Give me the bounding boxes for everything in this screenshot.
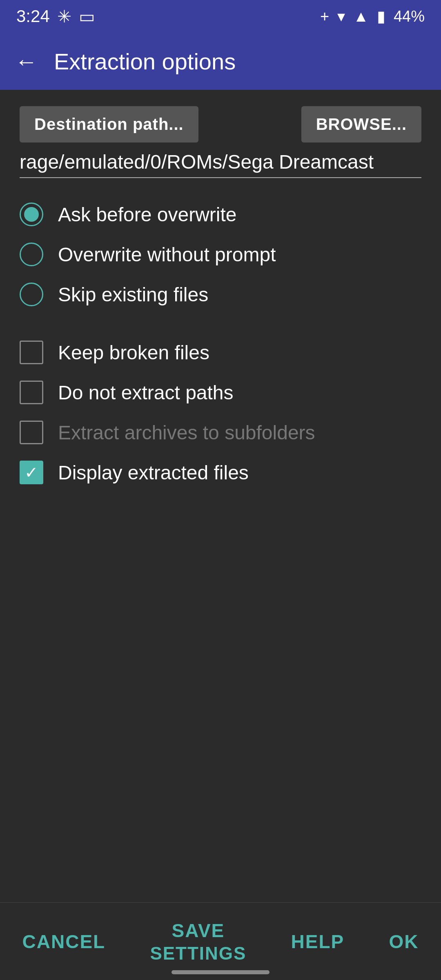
radio-group: Ask before overwrite Overwrite without p…	[20, 194, 421, 314]
cancel-button[interactable]: CANCEL	[14, 931, 114, 953]
status-time: 3:24	[16, 7, 50, 26]
checkbox-group: Keep broken files Do not extract paths E…	[20, 334, 421, 491]
checkbox-subfolders[interactable]: Extract archives to subfolders	[20, 414, 421, 451]
checkbox-display-box[interactable]: ✓	[20, 461, 43, 484]
checkbox-nopaths[interactable]: Do not extract paths	[20, 374, 421, 411]
radio-ask-indicator	[24, 207, 39, 222]
cancel-label: CANCEL	[22, 931, 106, 953]
checkbox-keep-box[interactable]	[20, 341, 43, 364]
checkbox-subfolders-label: Extract archives to subfolders	[58, 421, 315, 444]
back-button[interactable]: ←	[15, 48, 38, 75]
checkbox-display[interactable]: ✓ Display extracted files	[20, 454, 421, 491]
destination-path-button[interactable]: Destination path...	[20, 106, 198, 143]
hashtag-icon: ✳	[57, 7, 71, 27]
checkbox-keep-label: Keep broken files	[58, 341, 209, 364]
checkbox-keep[interactable]: Keep broken files	[20, 334, 421, 371]
radio-ask[interactable]: Ask before overwrite	[20, 194, 421, 234]
checkbox-subfolders-box[interactable]	[20, 421, 43, 444]
checkbox-display-label: Display extracted files	[58, 461, 249, 484]
ok-label: OK	[389, 931, 419, 953]
content-area: Destination path... BROWSE... rage/emula…	[0, 90, 441, 491]
screen-icon: ▭	[79, 7, 95, 27]
radio-overwrite-button[interactable]	[20, 243, 43, 266]
radio-overwrite[interactable]: Overwrite without prompt	[20, 234, 421, 274]
settings-label: SETTINGS	[150, 943, 246, 964]
radio-skip-button[interactable]	[20, 283, 43, 306]
bottom-action-bar: CANCEL SAVE SETTINGS HELP OK	[0, 902, 441, 980]
save-settings-button[interactable]: SAVE SETTINGS	[142, 920, 254, 964]
status-time-group: 3:24 ✳ ▭	[16, 7, 95, 27]
help-label: HELP	[291, 931, 345, 953]
status-bar: 3:24 ✳ ▭ + ▾ ▲ ▮ 44%	[0, 0, 441, 33]
app-bar: ← Extraction options	[0, 33, 441, 90]
radio-ask-button[interactable]	[20, 203, 43, 226]
save-label: SAVE	[172, 920, 225, 942]
checkbox-display-checkmark: ✓	[24, 464, 38, 481]
ok-button[interactable]: OK	[381, 931, 427, 953]
radio-skip-label: Skip existing files	[58, 283, 208, 306]
path-text: rage/emulated/0/ROMs/Sega Dreamcast	[20, 151, 421, 178]
bluetooth-icon: +	[320, 8, 329, 25]
checkbox-nopaths-box[interactable]	[20, 381, 43, 404]
radio-ask-label: Ask before overwrite	[58, 203, 237, 226]
help-button[interactable]: HELP	[283, 931, 353, 953]
destination-path-row: Destination path... BROWSE...	[20, 106, 421, 143]
status-icons: + ▾ ▲ ▮ 44%	[320, 7, 425, 25]
home-indicator	[172, 970, 270, 974]
battery-icon: ▮	[377, 7, 385, 25]
battery-percent: 44%	[394, 8, 425, 25]
wifi-icon: ▾	[337, 7, 345, 25]
browse-button[interactable]: BROWSE...	[301, 106, 421, 143]
checkbox-nopaths-label: Do not extract paths	[58, 381, 234, 404]
page-title: Extraction options	[54, 48, 236, 75]
radio-overwrite-label: Overwrite without prompt	[58, 243, 276, 266]
radio-skip[interactable]: Skip existing files	[20, 274, 421, 314]
signal-icon: ▲	[353, 8, 369, 25]
